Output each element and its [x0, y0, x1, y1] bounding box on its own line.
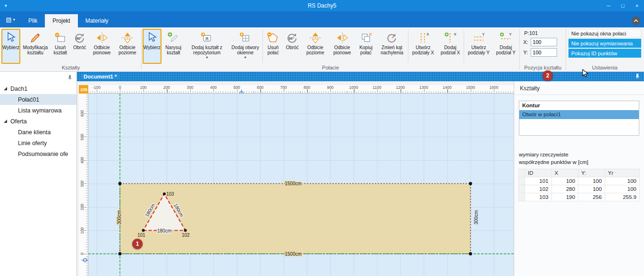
y-label: Y:: [523, 50, 531, 55]
hole-vertex-point[interactable]: [184, 229, 187, 232]
select-slope-button[interactable]: Wybierz: [143, 29, 161, 64]
mirror-vertical-button[interactable]: Odbicie pionowe: [89, 29, 115, 64]
shapes-panel: Kształty Kontur Otwór w połaci1 wymiary …: [514, 81, 644, 276]
tree-item-dane-klienta[interactable]: Dane klienta: [0, 127, 76, 138]
tree-item-podsumowanie-oferty[interactable]: Podsumowanie ofe: [0, 148, 76, 159]
mirror-horizontal-icon: [120, 31, 135, 45]
cell-yr: 100: [605, 177, 639, 185]
modify-shape-button[interactable]: Modyfikacja kształtu: [20, 29, 51, 64]
add-division-y-button[interactable]: Y Dodaj podział Y: [493, 29, 518, 64]
dimension-label-left: 300cm: [117, 210, 122, 224]
svg-text:90°: 90°: [76, 36, 81, 41]
ruler-number: -100: [93, 85, 101, 90]
maximize-button[interactable]: □: [616, 0, 630, 11]
division-y-icon: Y: [499, 31, 513, 45]
document-tab[interactable]: Document1 *: [81, 74, 119, 79]
mirror-horizontal-slope-button[interactable]: Odbicie poziome: [302, 29, 329, 64]
pin-icon[interactable]: [635, 73, 640, 80]
table-row[interactable]: 102 280 100 100: [519, 185, 640, 193]
mirror-vertical-icon: [95, 31, 109, 45]
button-separator: [464, 30, 464, 63]
ruler-number: 600: [257, 85, 263, 90]
point-id-101: 101: [137, 233, 145, 238]
group-label-polacie: Połacie: [143, 64, 519, 71]
delete-slope-button[interactable]: Usuń połać: [263, 29, 283, 64]
dimension-label-right: 300cm: [474, 210, 479, 224]
table-row[interactable]: 101 100 100 100: [519, 177, 640, 185]
row-selector[interactable]: [519, 177, 525, 185]
annotation-badge-1: 1: [132, 239, 143, 249]
tree-expander-icon[interactable]: [4, 87, 7, 90]
roof-corner-point[interactable]: [469, 252, 472, 256]
create-divisions-x-button[interactable]: X Utwórz podziały X: [409, 29, 438, 64]
rotate-slope-button[interactable]: 90° Obróć: [283, 29, 302, 64]
pin-icon[interactable]: [67, 75, 73, 82]
button-label: Dodaj podział Y: [495, 45, 517, 56]
cell-yr: 255.9: [605, 193, 639, 201]
ruler-number: 700: [280, 85, 287, 90]
close-button[interactable]: ×: [630, 0, 644, 11]
minimize-button[interactable]: ─: [602, 0, 616, 11]
ribbon-tab-strip: ▤ ▾ Plik Projekt Materiały: [0, 11, 644, 27]
tab-projekt[interactable]: Projekt: [45, 14, 77, 27]
tree-expander-icon[interactable]: [4, 120, 7, 123]
copy-slope-button[interactable]: C Kopiuj połać: [356, 29, 376, 64]
mirror-vertical-slope-button[interactable]: Odbicie pionowe: [329, 29, 356, 64]
list-item-kontur[interactable]: Kontur: [519, 101, 639, 110]
hole-vertex-point[interactable]: [163, 192, 166, 195]
button-separator: [263, 30, 263, 63]
create-divisions-y-button[interactable]: Y Utwórz podziały Y: [465, 29, 493, 64]
ruler-number: 500: [80, 133, 85, 140]
roof-corner-point[interactable]: [119, 182, 122, 185]
pencil-plus-icon: [166, 31, 180, 45]
tree-item-label: Lista wymiarowa: [18, 107, 61, 114]
add-window-openings-button[interactable]: Dodaj otwory okienne ▾: [229, 29, 263, 64]
toggle-hide-slope-window[interactable]: Nie pokazuj okna połaci: [568, 29, 641, 38]
ruler-number: 400: [80, 157, 85, 164]
list-item-otwor[interactable]: Otwór w połaci1: [519, 110, 639, 119]
application-menu-button[interactable]: ▤ ▾: [0, 11, 21, 27]
x-coordinate-input[interactable]: [531, 38, 557, 46]
mirror-horizontal-button[interactable]: Odbicie poziome: [115, 29, 140, 64]
add-shape-from-repository-button[interactable]: R Dodaj kształt z repozytorium ▾: [186, 29, 229, 64]
ribbon-collapse-button[interactable]: [632, 17, 640, 25]
group-separator: [519, 29, 520, 70]
window-opening-icon: [238, 31, 253, 45]
chevron-up-icon: [634, 19, 638, 23]
add-division-x-button[interactable]: X Dodaj podział X: [438, 29, 463, 64]
table-row[interactable]: 103 190 256 255.9: [519, 193, 640, 201]
dimension-label-top: 1500cm: [285, 181, 302, 186]
rotate-shape-button[interactable]: 90° Obróć: [70, 29, 89, 64]
row-selector[interactable]: [519, 185, 525, 193]
change-angle-icon: [385, 31, 399, 45]
tab-plik[interactable]: Plik: [21, 14, 45, 27]
row-selector[interactable]: [519, 193, 525, 201]
tree-item-linie-oferty[interactable]: Linie oferty: [0, 138, 76, 148]
tree-item-oferta[interactable]: Oferta: [0, 116, 76, 127]
roof-corner-point[interactable]: [469, 182, 472, 185]
tree-item-polac01[interactable]: Połać01: [0, 94, 76, 105]
point-id-102: 102: [182, 233, 190, 238]
toggle-show-point-ids[interactable]: Pokazuj ID punktów: [568, 49, 641, 58]
hamburger-icon: ▤: [6, 16, 11, 23]
hole-vertex-point[interactable]: [142, 229, 145, 232]
ruler-number: 0: [119, 85, 121, 90]
ruler-number: 1000: [349, 85, 358, 90]
roof-corner-point[interactable]: [119, 252, 122, 256]
y-coordinate-input[interactable]: [531, 48, 557, 57]
draw-shape-button[interactable]: Narysuj kształt: [161, 29, 186, 64]
delete-shape-button[interactable]: Usuń kształt: [51, 29, 70, 64]
toggle-hide-dimensions[interactable]: Nie pokazuj wymiarowania: [568, 39, 641, 48]
select-shape-button[interactable]: Wybierz: [1, 29, 20, 64]
divisions-x-icon: X: [416, 31, 430, 45]
ruler-number: 1600: [490, 85, 499, 90]
drawing-canvas[interactable]: 1500cm 1500cm 300cm 300cm 180cm 180cm 18…: [88, 94, 514, 276]
svg-text:R: R: [206, 36, 209, 41]
button-label: Usuń połać: [265, 45, 281, 56]
row-selector-header: [519, 169, 525, 177]
mirror-horizontal-icon: [308, 31, 322, 45]
tree-item-lista-wymiarowa[interactable]: Lista wymiarowa: [0, 105, 76, 116]
tree-item-dach1[interactable]: Dach1: [0, 83, 76, 94]
change-angle-button[interactable]: Zmień kąt nachylenia: [376, 29, 407, 64]
tab-materialy[interactable]: Materiały: [78, 14, 116, 27]
